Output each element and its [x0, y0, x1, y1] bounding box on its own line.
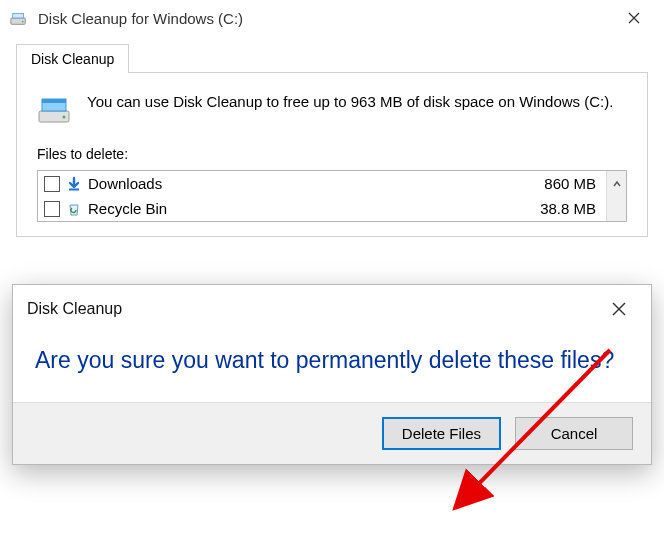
dialog-close-button[interactable]: [601, 295, 637, 323]
svg-point-2: [22, 21, 24, 23]
recycle-bin-icon: [66, 201, 82, 217]
dialog-message: Are you sure you want to permanently del…: [35, 345, 629, 376]
list-item-size: 38.8 MB: [540, 200, 600, 217]
list-item-size: 860 MB: [544, 175, 600, 192]
list-item-name: Downloads: [88, 175, 538, 192]
list-item[interactable]: Recycle Bin 38.8 MB: [38, 196, 606, 221]
list-item[interactable]: Downloads 860 MB: [38, 171, 606, 196]
delete-files-button[interactable]: Delete Files: [382, 417, 501, 450]
close-icon: [628, 12, 640, 24]
files-to-delete-label: Files to delete:: [37, 146, 627, 162]
window-title: Disk Cleanup for Windows (C:): [38, 10, 614, 27]
scroll-up-button[interactable]: [607, 171, 626, 196]
list-item-name: Recycle Bin: [88, 200, 534, 217]
window-body: Disk Cleanup You can use Disk Cleanup to…: [0, 36, 664, 237]
drive-icon: [37, 91, 73, 130]
svg-point-8: [63, 116, 66, 119]
intro-text: You can use Disk Cleanup to free up to 9…: [87, 91, 613, 112]
dialog-titlebar: Disk Cleanup: [13, 285, 651, 331]
checkbox-downloads[interactable]: [44, 176, 60, 192]
file-list: Downloads 860 MB Recycle Bin 38.8 MB: [37, 170, 627, 222]
titlebar: Disk Cleanup for Windows (C:): [0, 0, 664, 36]
main-window: Disk Cleanup for Windows (C:) Disk Clean…: [0, 0, 664, 237]
close-icon: [612, 302, 626, 316]
chevron-up-icon: [612, 179, 622, 189]
intro-row: You can use Disk Cleanup to free up to 9…: [37, 91, 627, 130]
svg-rect-7: [42, 99, 66, 103]
svg-rect-1: [13, 14, 24, 19]
tab-disk-cleanup[interactable]: Disk Cleanup: [16, 44, 129, 73]
download-arrow-icon: [66, 176, 82, 192]
dialog-title: Disk Cleanup: [27, 300, 601, 318]
confirm-dialog: Disk Cleanup Are you sure you want to pe…: [12, 284, 652, 465]
tab-panel: You can use Disk Cleanup to free up to 9…: [16, 72, 648, 237]
dialog-body: Are you sure you want to permanently del…: [13, 331, 651, 402]
cancel-button[interactable]: Cancel: [515, 417, 633, 450]
drive-cleanup-icon: [10, 9, 28, 27]
tab-row: Disk Cleanup: [16, 44, 648, 73]
dialog-footer: Delete Files Cancel: [13, 402, 651, 464]
scrollbar[interactable]: [606, 171, 626, 221]
close-button[interactable]: [614, 3, 654, 33]
checkbox-recycle-bin[interactable]: [44, 201, 60, 217]
